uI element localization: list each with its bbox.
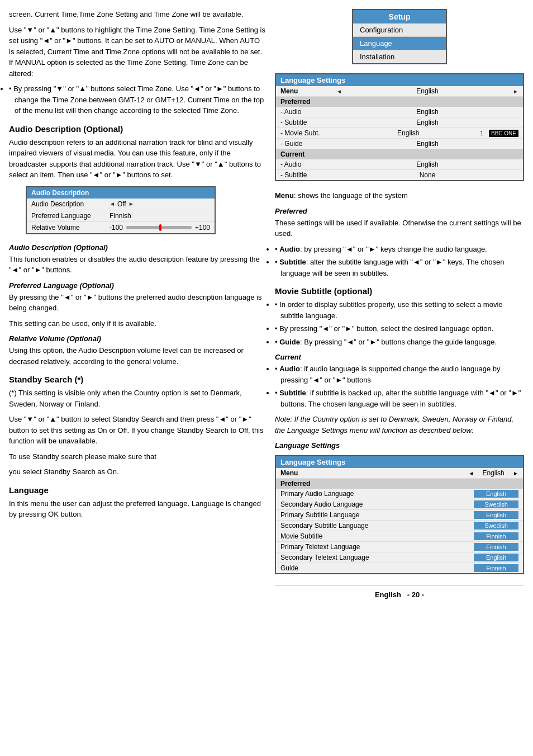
- lang-settings-title-bottom: Language Settings: [276, 456, 523, 468]
- moviesubt-num: 1: [480, 130, 483, 136]
- p-standby1: (*) This setting is visible only when th…: [9, 388, 266, 409]
- sec-teletext-row: Secondary Teletext Language English: [276, 552, 523, 563]
- vol-min: -100: [110, 224, 123, 231]
- menu-value-bottom: English: [474, 469, 513, 477]
- list-item: By pressing "▼" or "▲" buttons select Ti…: [9, 83, 266, 116]
- vol-max: +100: [195, 224, 210, 231]
- right-arrow-1[interactable]: ►: [129, 201, 134, 207]
- pref-guide-value: English: [336, 140, 518, 148]
- p-standby2: Use "▼" or "▲" button to select Standby …: [9, 414, 266, 447]
- audio-desc-off-label: Off: [117, 200, 126, 208]
- pref-guide-label: - Guide: [280, 140, 336, 148]
- pref-moviesubt-label: - Movie Subt.: [280, 129, 336, 137]
- list-item: By pressing "◄" or "►" button, select th…: [275, 323, 524, 334]
- menu-value: English: [342, 87, 513, 95]
- prim-subt-lang-label: Primary Subtitle Language: [280, 511, 474, 519]
- h4-preferred: Preferred: [275, 207, 524, 215]
- pref-audio-value: English: [336, 108, 518, 116]
- prim-subt-lang-value: English: [474, 511, 518, 519]
- h4-rel-vol: Relative Volume (Optional): [9, 334, 266, 343]
- h4-audio-desc: Audio Description (Optional): [9, 243, 266, 252]
- lang-settings-box-bottom: Language Settings Menu ◄ English ► Prefe…: [275, 455, 524, 574]
- p-menu-desc: Menu: shows the language of the system: [275, 190, 524, 201]
- setup-item-installation[interactable]: Installation: [353, 50, 446, 63]
- prim-audio-lang-value: English: [474, 490, 518, 498]
- volume-slider[interactable]: -100 +100: [110, 224, 210, 231]
- list-item: Subtitle: if subtitle is backed up, alte…: [275, 388, 524, 409]
- pref-subtitle-label: - Subtitle: [280, 119, 336, 126]
- left-arrow-1[interactable]: ◄: [110, 201, 115, 207]
- list-item: Audio: if audio language is supported ch…: [275, 363, 524, 385]
- pref-audio-label: - Audio: [280, 108, 336, 116]
- curr-subtitle-value: None: [336, 171, 518, 179]
- p-audio-desc: This function enables or disables the au…: [9, 254, 266, 276]
- list-item: Guide: By pressing "◄" or "►" buttons ch…: [275, 337, 524, 348]
- list-item: In order to display subtitles properly, …: [275, 299, 524, 321]
- curr-audio-label: - Audio: [280, 160, 336, 168]
- current-bullets: Audio: if audio language is supported ch…: [275, 363, 524, 409]
- bbc-badge: BBC ONE: [489, 130, 518, 137]
- curr-subtitle-row: - Subtitle None: [276, 170, 523, 180]
- lang-settings-title-top: Language Settings: [276, 74, 523, 86]
- right-column: Setup Configuration Language Installatio…: [275, 9, 524, 747]
- setup-item-configuration[interactable]: Configuration: [353, 23, 446, 37]
- timezone-bullets: By pressing "▼" or "▲" buttons select Ti…: [9, 83, 266, 116]
- audio-desc-value-1: ◄ Off ►: [110, 200, 210, 208]
- footer-page: - 20 -: [407, 590, 424, 599]
- audio-desc-label-1: Audio Description: [31, 200, 110, 208]
- movie-subt-value: Finnish: [474, 532, 518, 540]
- audio-desc-heading: Audio Description (Optional): [9, 124, 266, 134]
- note-text: Note: If the Country option is set to De…: [275, 414, 524, 436]
- preferred-section-header: Preferred: [276, 97, 523, 107]
- movie-subt-label: Movie Subtitle: [280, 532, 474, 540]
- menu-right-arrow[interactable]: ►: [513, 88, 518, 94]
- prim-teletext-value: Finnish: [474, 543, 518, 551]
- audio-desc-label-2: Preferred Language: [31, 212, 110, 220]
- standby-heading: Standby Search (*): [9, 375, 266, 384]
- movie-bullets: In order to display subtitles properly, …: [275, 299, 524, 347]
- menu-label-bottom: Menu: [280, 469, 468, 477]
- preferred-section-header-bottom: Preferred: [276, 479, 523, 489]
- p-pref-lang1: By pressing the "◄" or "►" buttons the p…: [9, 292, 266, 314]
- footer-lang: English: [375, 590, 401, 599]
- lang-settings-box-top: Language Settings Menu ◄ English ► Prefe…: [275, 73, 524, 181]
- audio-desc-row-2: Preferred Language Finnish: [27, 210, 215, 222]
- left-p2: Use "▼" or "▲" buttons to highlight the …: [9, 25, 266, 79]
- audio-description-box: Audio Description Audio Description ◄ Of…: [26, 186, 216, 234]
- audio-desc-box-title: Audio Description: [27, 187, 215, 199]
- audio-desc-row-1: Audio Description ◄ Off ►: [27, 199, 215, 210]
- movie-subt-row: Movie Subtitle Finnish: [276, 531, 523, 542]
- p-standby4: you select Standby Search as On.: [9, 466, 266, 478]
- pref-moviesubt-row: - Movie Subt. English 1 BBC ONE: [276, 128, 523, 139]
- pref-guide-row: - Guide English: [276, 139, 523, 149]
- pref-subtitle-row: - Subtitle English: [276, 117, 523, 128]
- menu-left-arrow[interactable]: ◄: [336, 88, 342, 94]
- menu-row-bottom: Menu ◄ English ►: [276, 468, 523, 479]
- sec-subt-lang-value: Swedish: [474, 522, 518, 530]
- sec-subt-lang-row: Secondary Subtitle Language Swedish: [276, 521, 523, 531]
- list-item: Audio: by pressing "◄" or "►" keys chang…: [275, 244, 524, 255]
- menu-left-arrow-bottom[interactable]: ◄: [468, 470, 474, 476]
- page-footer: English - 20 -: [275, 585, 524, 599]
- audio-desc-p: Audio description refers to an additiona…: [9, 137, 266, 181]
- audio-desc-label-3: Relative Volume: [31, 224, 110, 231]
- guide-row-bottom: Guide Finnish: [276, 563, 523, 573]
- slider-thumb: [159, 224, 161, 231]
- audio-desc-row-3: Relative Volume -100 +100: [27, 222, 215, 233]
- h4-current: Current: [275, 353, 524, 361]
- curr-audio-value: English: [336, 160, 518, 168]
- prim-audio-lang-label: Primary Audio Language: [280, 490, 474, 498]
- sec-teletext-value: English: [474, 554, 518, 561]
- guide-label-bottom: Guide: [280, 564, 474, 572]
- setup-menu-box: Setup Configuration Language Installatio…: [352, 9, 447, 64]
- prim-audio-lang-row: Primary Audio Language English: [276, 489, 523, 499]
- prim-subt-lang-row: Primary Subtitle Language English: [276, 510, 523, 521]
- setup-item-language[interactable]: Language: [353, 37, 446, 50]
- menu-right-arrow-bottom[interactable]: ►: [513, 470, 518, 476]
- preferred-bullets: Audio: by pressing "◄" or "►" keys chang…: [275, 244, 524, 279]
- p-rel-vol: Using this option, the Audio Description…: [9, 345, 266, 367]
- sec-audio-lang-row: Secondary Audio Language Swedish: [276, 499, 523, 510]
- pref-lang-label: Finnish: [110, 212, 131, 220]
- menu-label: Menu: [280, 87, 336, 95]
- slider-track[interactable]: [126, 226, 192, 229]
